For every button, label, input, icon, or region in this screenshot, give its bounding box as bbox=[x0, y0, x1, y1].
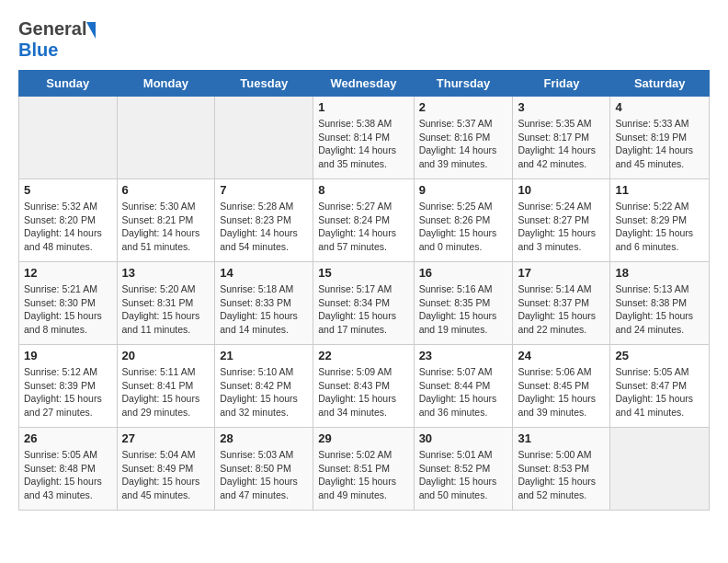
calendar-cell: 12Sunrise: 5:21 AM Sunset: 8:30 PM Dayli… bbox=[19, 262, 118, 345]
logo: General Blue bbox=[18, 18, 96, 61]
day-number: 2 bbox=[419, 100, 508, 114]
calendar-cell: 17Sunrise: 5:14 AM Sunset: 8:37 PM Dayli… bbox=[513, 262, 610, 345]
calendar-cell: 2Sunrise: 5:37 AM Sunset: 8:16 PM Daylig… bbox=[414, 97, 513, 179]
calendar-cell: 4Sunrise: 5:33 AM Sunset: 8:19 PM Daylig… bbox=[610, 97, 710, 179]
weekday-header: Sunday bbox=[19, 71, 118, 97]
day-number: 24 bbox=[518, 349, 605, 362]
day-number: 12 bbox=[24, 266, 112, 280]
calendar-cell: 5Sunrise: 5:32 AM Sunset: 8:20 PM Daylig… bbox=[19, 179, 118, 262]
day-info: Sunrise: 5:32 AM Sunset: 8:20 PM Dayligh… bbox=[24, 200, 112, 254]
day-info: Sunrise: 5:01 AM Sunset: 8:52 PM Dayligh… bbox=[419, 448, 508, 502]
weekday-header: Saturday bbox=[610, 71, 710, 97]
calendar-cell bbox=[117, 97, 215, 179]
day-info: Sunrise: 5:20 AM Sunset: 8:31 PM Dayligh… bbox=[122, 282, 210, 337]
calendar-week-row: 5Sunrise: 5:32 AM Sunset: 8:20 PM Daylig… bbox=[19, 179, 710, 262]
day-info: Sunrise: 5:04 AM Sunset: 8:49 PM Dayligh… bbox=[122, 448, 210, 502]
weekday-header: Monday bbox=[117, 71, 215, 97]
day-number: 16 bbox=[419, 266, 508, 280]
day-info: Sunrise: 5:05 AM Sunset: 8:48 PM Dayligh… bbox=[24, 448, 112, 502]
day-info: Sunrise: 5:25 AM Sunset: 8:26 PM Dayligh… bbox=[419, 200, 508, 254]
day-info: Sunrise: 5:12 AM Sunset: 8:39 PM Dayligh… bbox=[24, 365, 112, 419]
day-info: Sunrise: 5:22 AM Sunset: 8:29 PM Dayligh… bbox=[615, 200, 704, 254]
day-number: 29 bbox=[318, 431, 408, 445]
day-info: Sunrise: 5:13 AM Sunset: 8:38 PM Dayligh… bbox=[615, 282, 704, 337]
day-info: Sunrise: 5:37 AM Sunset: 8:16 PM Dayligh… bbox=[419, 117, 508, 171]
calendar-cell: 13Sunrise: 5:20 AM Sunset: 8:31 PM Dayli… bbox=[117, 262, 215, 345]
calendar-cell: 7Sunrise: 5:28 AM Sunset: 8:23 PM Daylig… bbox=[215, 179, 313, 262]
day-number: 26 bbox=[24, 431, 112, 445]
day-number: 27 bbox=[122, 431, 210, 445]
day-number: 13 bbox=[122, 266, 210, 280]
day-number: 14 bbox=[220, 266, 308, 280]
day-info: Sunrise: 5:02 AM Sunset: 8:51 PM Dayligh… bbox=[318, 448, 408, 502]
day-number: 17 bbox=[518, 266, 605, 280]
calendar-cell: 6Sunrise: 5:30 AM Sunset: 8:21 PM Daylig… bbox=[117, 179, 215, 262]
calendar-cell: 27Sunrise: 5:04 AM Sunset: 8:49 PM Dayli… bbox=[117, 428, 215, 511]
day-number: 8 bbox=[318, 183, 408, 197]
calendar-cell: 22Sunrise: 5:09 AM Sunset: 8:43 PM Dayli… bbox=[313, 345, 414, 428]
day-number: 9 bbox=[419, 183, 508, 197]
calendar-cell: 15Sunrise: 5:17 AM Sunset: 8:34 PM Dayli… bbox=[313, 262, 414, 345]
logo-triangle-icon bbox=[86, 22, 96, 39]
day-info: Sunrise: 5:28 AM Sunset: 8:23 PM Dayligh… bbox=[220, 200, 308, 254]
calendar-cell bbox=[19, 97, 118, 179]
day-info: Sunrise: 5:17 AM Sunset: 8:34 PM Dayligh… bbox=[318, 282, 408, 337]
page-header: General Blue bbox=[18, 18, 710, 61]
day-info: Sunrise: 5:14 AM Sunset: 8:37 PM Dayligh… bbox=[518, 282, 605, 337]
day-number: 7 bbox=[220, 183, 308, 197]
day-number: 15 bbox=[318, 266, 408, 280]
calendar-cell: 9Sunrise: 5:25 AM Sunset: 8:26 PM Daylig… bbox=[414, 179, 513, 262]
calendar-cell: 29Sunrise: 5:02 AM Sunset: 8:51 PM Dayli… bbox=[313, 428, 414, 511]
calendar-week-row: 12Sunrise: 5:21 AM Sunset: 8:30 PM Dayli… bbox=[19, 262, 710, 345]
calendar-cell: 19Sunrise: 5:12 AM Sunset: 8:39 PM Dayli… bbox=[19, 345, 118, 428]
calendar-cell: 16Sunrise: 5:16 AM Sunset: 8:35 PM Dayli… bbox=[414, 262, 513, 345]
day-info: Sunrise: 5:24 AM Sunset: 8:27 PM Dayligh… bbox=[518, 200, 605, 254]
weekday-header: Friday bbox=[513, 71, 610, 97]
calendar-week-row: 26Sunrise: 5:05 AM Sunset: 8:48 PM Dayli… bbox=[19, 428, 710, 511]
calendar-cell: 23Sunrise: 5:07 AM Sunset: 8:44 PM Dayli… bbox=[414, 345, 513, 428]
day-number: 30 bbox=[419, 431, 508, 445]
calendar-cell: 26Sunrise: 5:05 AM Sunset: 8:48 PM Dayli… bbox=[19, 428, 118, 511]
day-info: Sunrise: 5:21 AM Sunset: 8:30 PM Dayligh… bbox=[24, 282, 112, 337]
logo-blue: Blue bbox=[18, 40, 58, 60]
day-info: Sunrise: 5:11 AM Sunset: 8:41 PM Dayligh… bbox=[122, 365, 210, 419]
calendar-cell: 8Sunrise: 5:27 AM Sunset: 8:24 PM Daylig… bbox=[313, 179, 414, 262]
calendar-cell: 18Sunrise: 5:13 AM Sunset: 8:38 PM Dayli… bbox=[610, 262, 710, 345]
day-info: Sunrise: 5:05 AM Sunset: 8:47 PM Dayligh… bbox=[615, 365, 704, 419]
calendar-cell: 25Sunrise: 5:05 AM Sunset: 8:47 PM Dayli… bbox=[610, 345, 710, 428]
day-number: 6 bbox=[122, 183, 210, 197]
calendar-cell: 14Sunrise: 5:18 AM Sunset: 8:33 PM Dayli… bbox=[215, 262, 313, 345]
calendar-cell: 28Sunrise: 5:03 AM Sunset: 8:50 PM Dayli… bbox=[215, 428, 313, 511]
day-info: Sunrise: 5:07 AM Sunset: 8:44 PM Dayligh… bbox=[419, 365, 508, 419]
day-number: 1 bbox=[318, 100, 408, 114]
day-number: 28 bbox=[220, 431, 308, 445]
calendar-cell: 30Sunrise: 5:01 AM Sunset: 8:52 PM Dayli… bbox=[414, 428, 513, 511]
day-number: 20 bbox=[122, 349, 210, 362]
calendar-cell: 20Sunrise: 5:11 AM Sunset: 8:41 PM Dayli… bbox=[117, 345, 215, 428]
day-info: Sunrise: 5:38 AM Sunset: 8:14 PM Dayligh… bbox=[318, 117, 408, 171]
weekday-header: Tuesday bbox=[215, 71, 313, 97]
calendar-table: SundayMondayTuesdayWednesdayThursdayFrid… bbox=[18, 70, 710, 511]
calendar-cell: 21Sunrise: 5:10 AM Sunset: 8:42 PM Dayli… bbox=[215, 345, 313, 428]
calendar-cell: 3Sunrise: 5:35 AM Sunset: 8:17 PM Daylig… bbox=[513, 97, 610, 179]
day-number: 21 bbox=[220, 349, 308, 362]
day-number: 23 bbox=[419, 349, 508, 362]
calendar-cell bbox=[215, 97, 313, 179]
calendar-week-row: 1Sunrise: 5:38 AM Sunset: 8:14 PM Daylig… bbox=[19, 97, 710, 179]
calendar-cell: 24Sunrise: 5:06 AM Sunset: 8:45 PM Dayli… bbox=[513, 345, 610, 428]
day-info: Sunrise: 5:00 AM Sunset: 8:53 PM Dayligh… bbox=[518, 448, 605, 502]
day-number: 25 bbox=[615, 349, 704, 362]
day-number: 10 bbox=[518, 183, 605, 197]
day-info: Sunrise: 5:06 AM Sunset: 8:45 PM Dayligh… bbox=[518, 365, 605, 419]
day-number: 19 bbox=[24, 349, 112, 362]
weekday-header-row: SundayMondayTuesdayWednesdayThursdayFrid… bbox=[19, 71, 710, 97]
day-info: Sunrise: 5:27 AM Sunset: 8:24 PM Dayligh… bbox=[318, 200, 408, 254]
day-number: 3 bbox=[518, 100, 605, 114]
day-info: Sunrise: 5:33 AM Sunset: 8:19 PM Dayligh… bbox=[615, 117, 704, 171]
calendar-cell bbox=[610, 428, 710, 511]
day-number: 31 bbox=[518, 431, 605, 445]
day-number: 5 bbox=[24, 183, 112, 197]
day-info: Sunrise: 5:35 AM Sunset: 8:17 PM Dayligh… bbox=[518, 117, 605, 171]
day-info: Sunrise: 5:03 AM Sunset: 8:50 PM Dayligh… bbox=[220, 448, 308, 502]
day-number: 4 bbox=[615, 100, 704, 114]
